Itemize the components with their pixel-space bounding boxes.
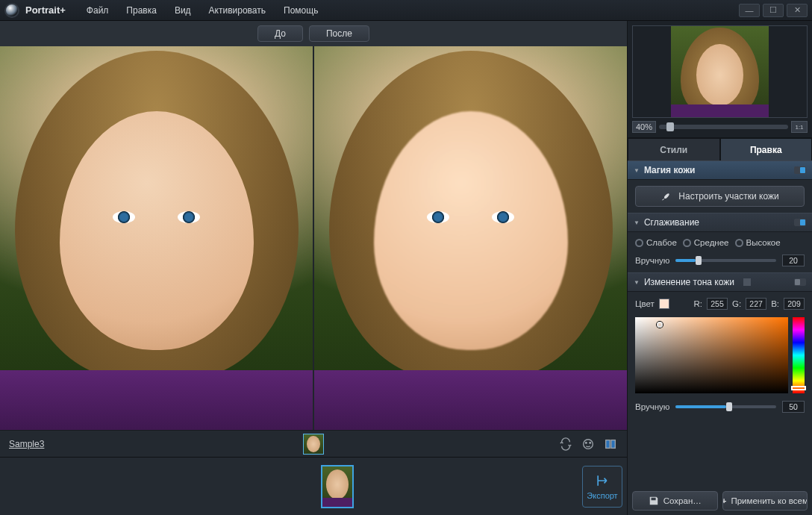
- viewport: До После Sample3: [0, 21, 627, 515]
- color-swatch[interactable]: [659, 299, 669, 309]
- g-value[interactable]: 227: [746, 298, 766, 310]
- section-smoothing[interactable]: ▼ Сглаживание: [628, 213, 812, 232]
- radio-medium[interactable]: Среднее: [683, 238, 729, 247]
- document-name[interactable]: Sample3: [9, 439, 44, 449]
- skin-tone-title: Изменение тона кожи: [644, 277, 734, 287]
- chevron-down-icon: ▼: [634, 167, 640, 174]
- face-thumbnail[interactable]: [303, 434, 324, 455]
- radio-strong[interactable]: Высокое: [735, 238, 781, 247]
- navigator: 40% 1:1: [628, 21, 812, 138]
- skin-magic-toggle[interactable]: [794, 166, 806, 174]
- export-button[interactable]: Экспорт: [582, 466, 622, 508]
- thumbnail-tray: Экспорт: [0, 457, 627, 515]
- b-value[interactable]: 209: [784, 298, 805, 310]
- tray-thumbnail[interactable]: [321, 465, 354, 508]
- configure-skin-label: Настроить участки кожи: [678, 191, 778, 202]
- window-controls: — ☐ ✕: [739, 4, 808, 17]
- zoom-slider[interactable]: [659, 125, 788, 129]
- maximize-button[interactable]: ☐: [763, 4, 784, 17]
- zoom-level[interactable]: 40%: [632, 121, 656, 133]
- menu-view[interactable]: Вид: [167, 2, 199, 19]
- app-logo-icon: [4, 3, 19, 18]
- svg-point-0: [584, 439, 593, 449]
- right-panel: 40% 1:1 Стили Правка ▼ Магия кожи Настро…: [627, 21, 812, 515]
- document-bar: Sample3: [0, 430, 627, 457]
- skin-tone-toggle[interactable]: [794, 278, 806, 286]
- menu-help[interactable]: Помощь: [276, 2, 325, 19]
- app-title: Portrait+: [25, 4, 66, 16]
- smoothing-toggle[interactable]: [794, 219, 806, 226]
- face-detect-icon[interactable]: [581, 437, 596, 452]
- apply-all-button[interactable]: + Применить ко всем: [722, 491, 808, 511]
- menu-file[interactable]: Файл: [79, 2, 116, 19]
- compare-toggle-icon[interactable]: [603, 437, 618, 452]
- svg-rect-4: [611, 440, 615, 448]
- tab-edit[interactable]: Правка: [720, 138, 813, 160]
- menu-activate[interactable]: Активировать: [202, 2, 273, 19]
- tone-manual-label: Вручную: [635, 402, 669, 411]
- smoothing-slider[interactable]: [675, 259, 776, 262]
- minimize-button[interactable]: —: [739, 4, 760, 17]
- brush-icon: [660, 191, 671, 202]
- color-label: Цвет: [635, 299, 655, 308]
- swap-faces-icon[interactable]: [558, 437, 573, 452]
- skin-magic-title: Магия кожи: [644, 165, 695, 175]
- navigator-thumbnail[interactable]: [632, 25, 808, 118]
- after-view[interactable]: [313, 46, 627, 430]
- tone-slider[interactable]: [675, 405, 776, 408]
- smoothing-radios: Слабое Среднее Высокое: [635, 238, 805, 247]
- export-label: Экспорт: [587, 491, 617, 500]
- svg-rect-3: [606, 440, 610, 448]
- chevron-down-icon: ▼: [634, 219, 640, 226]
- section-skin-magic[interactable]: ▼ Магия кожи: [628, 160, 812, 180]
- chevron-down-icon: ▼: [634, 279, 640, 286]
- smoothing-value[interactable]: 20: [782, 255, 805, 266]
- tab-styles[interactable]: Стили: [628, 138, 720, 160]
- before-label-button[interactable]: До: [257, 25, 303, 42]
- skin-tone-indicator: [743, 278, 751, 286]
- configure-skin-button[interactable]: Настроить участки кожи: [635, 186, 805, 207]
- smoothing-manual-label: Вручную: [635, 256, 669, 265]
- save-label: Сохран…: [663, 496, 702, 505]
- section-skin-tone[interactable]: ▼ Изменение тона кожи: [628, 272, 812, 292]
- r-value[interactable]: 255: [707, 298, 728, 310]
- panel-tabs: Стили Правка: [628, 138, 812, 160]
- svg-point-1: [585, 442, 587, 443]
- after-label-button[interactable]: После: [309, 25, 369, 42]
- save-button[interactable]: Сохран…: [632, 491, 718, 511]
- menu-edit[interactable]: Правка: [119, 2, 164, 19]
- before-view[interactable]: [0, 46, 313, 430]
- close-button[interactable]: ✕: [787, 4, 808, 17]
- radio-weak[interactable]: Слабое: [635, 238, 677, 247]
- smoothing-title: Сглаживание: [644, 217, 699, 228]
- saturation-value-picker[interactable]: [635, 317, 788, 393]
- tone-value[interactable]: 50: [782, 401, 805, 413]
- zoom-1to1-button[interactable]: 1:1: [791, 121, 808, 133]
- main-menu: Файл Правка Вид Активировать Помощь: [79, 2, 326, 19]
- apply-all-label: Применить ко всем: [731, 496, 808, 505]
- svg-point-2: [590, 442, 591, 443]
- hue-slider[interactable]: [793, 317, 805, 393]
- title-bar: Portrait+ Файл Правка Вид Активировать П…: [0, 0, 812, 21]
